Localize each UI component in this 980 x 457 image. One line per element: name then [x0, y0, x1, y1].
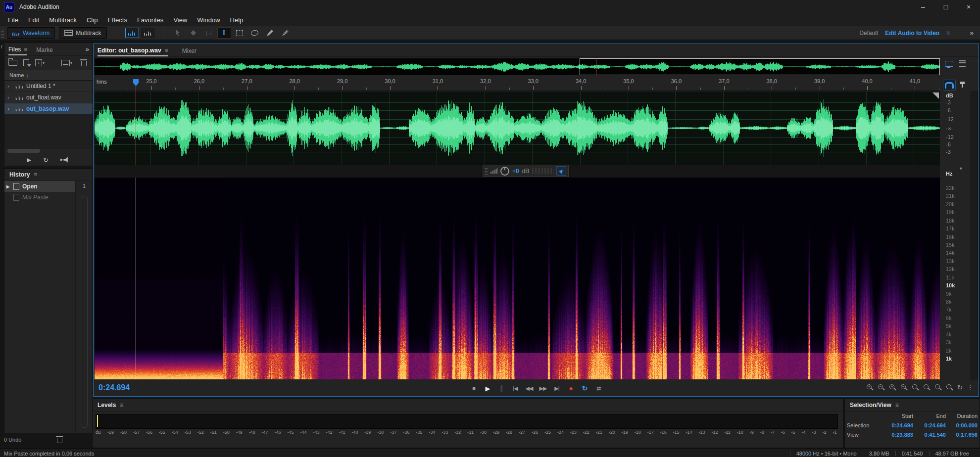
- files-horizontal-scrollbar[interactable]: [7, 149, 40, 153]
- overview-timeline[interactable]: [95, 58, 940, 75]
- paintbrush-tool-button[interactable]: [263, 27, 277, 39]
- close-files-trash-icon[interactable]: [81, 61, 87, 66]
- waveform-display[interactable]: [95, 91, 940, 165]
- menu-help[interactable]: Help: [225, 16, 248, 24]
- time-display[interactable]: 0:24.694: [98, 383, 130, 392]
- spot-healing-tool-button[interactable]: [279, 27, 293, 39]
- snapping-toggle-button[interactable]: [943, 80, 956, 91]
- menu-favorites[interactable]: Favorites: [132, 16, 168, 24]
- workspace-default[interactable]: Default: [859, 30, 878, 37]
- multitrack-mode-button[interactable]: Multitrack: [59, 27, 106, 39]
- marquee-selection-tool-button[interactable]: [233, 27, 246, 39]
- spectral-view-toggle[interactable]: [125, 28, 139, 38]
- lasso-selection-tool-button[interactable]: [248, 27, 262, 39]
- files-name-header[interactable]: Name ↓: [4, 70, 93, 81]
- hud-grip-icon[interactable]: [485, 167, 488, 175]
- zoom-in-icon[interactable]: +: [866, 384, 873, 391]
- razor-tool-button[interactable]: [187, 27, 200, 39]
- add-marker-button[interactable]: [956, 80, 968, 90]
- files-panel-menu-icon[interactable]: ≡: [24, 46, 27, 53]
- stop-button[interactable]: ■: [468, 383, 480, 394]
- video-monitor-icon[interactable]: [945, 61, 953, 67]
- menu-effects[interactable]: Effects: [102, 16, 132, 24]
- workspace-menu-icon[interactable]: ≡: [946, 29, 950, 37]
- zoom-in-inpoint-icon[interactable]: +: [889, 384, 896, 391]
- vertical-zoom-scrollbar[interactable]: [971, 91, 978, 380]
- expander-icon[interactable]: ›: [7, 83, 11, 89]
- tab-mixer[interactable]: Mixer: [182, 44, 196, 56]
- zoom-horizontal-icon[interactable]: [934, 384, 941, 391]
- loop-playback-button[interactable]: ↻: [579, 383, 590, 394]
- selection-view-menu-icon[interactable]: ≡: [895, 402, 899, 409]
- menu-file[interactable]: File: [3, 16, 23, 24]
- play-button[interactable]: ▶: [482, 383, 493, 394]
- workspace-active[interactable]: Edit Audio to Video: [885, 30, 939, 37]
- overview-options-icon[interactable]: [959, 60, 966, 67]
- tab-markers[interactable]: Marke: [36, 43, 52, 55]
- new-file-button[interactable]: ▾: [35, 59, 45, 66]
- corner-grabber-icon[interactable]: [932, 92, 939, 99]
- menu-window[interactable]: Window: [192, 16, 225, 24]
- time-selection-tool-button[interactable]: I: [217, 27, 231, 39]
- fast-forward-button[interactable]: ▶▶: [537, 383, 549, 394]
- amplitude-ruler[interactable]: dB-3-6-12-∞-12-6-3: [941, 91, 970, 165]
- tab-files[interactable]: Files ≡: [8, 43, 27, 55]
- skip-to-end-button[interactable]: ▶|: [551, 383, 563, 394]
- file-row[interactable]: ›out_float.wav: [4, 92, 93, 103]
- toolbar-grip[interactable]: [1, 29, 4, 38]
- import-file-icon[interactable]: [23, 59, 29, 66]
- expander-icon[interactable]: ›: [7, 94, 11, 100]
- zoom-options-icon[interactable]: ⋮: [967, 384, 974, 391]
- gain-knob-icon[interactable]: [500, 167, 509, 176]
- zoom-vertical-icon[interactable]: [946, 384, 953, 391]
- maximize-button[interactable]: □: [934, 0, 957, 14]
- history-panel-menu-icon[interactable]: ≡: [34, 171, 37, 178]
- gain-value[interactable]: +0: [512, 168, 519, 175]
- zoom-out-icon[interactable]: −: [878, 384, 884, 391]
- files-panel-overflow-icon[interactable]: »: [86, 46, 89, 53]
- sv-value[interactable]: 0:41.540: [913, 432, 946, 438]
- expander-icon[interactable]: ›: [7, 106, 11, 112]
- sv-value[interactable]: 0:00.000: [946, 422, 978, 428]
- insert-into-multitrack-button[interactable]: ▾: [50, 60, 72, 66]
- zoom-selection-icon[interactable]: [912, 384, 919, 391]
- refresh-zoom-icon[interactable]: ↻: [957, 384, 963, 391]
- files-play-icon[interactable]: ▶: [27, 157, 31, 163]
- frequency-ruler[interactable]: Hz22k21k20k19k18k17k16k15k14k13k12k11k10…: [941, 168, 970, 380]
- pause-button[interactable]: ║: [495, 383, 507, 394]
- levels-panel-menu-icon[interactable]: ≡: [120, 402, 123, 409]
- editor-panel-menu-icon[interactable]: ≡: [165, 47, 168, 54]
- menu-clip[interactable]: Clip: [82, 16, 102, 24]
- menu-multitrack[interactable]: Multitrack: [44, 16, 82, 24]
- record-button[interactable]: ●: [565, 383, 577, 394]
- zoom-in-outpoint-icon[interactable]: −: [900, 384, 907, 391]
- sv-value[interactable]: 0:23.883: [878, 432, 913, 438]
- skip-selection-button[interactable]: ⇄: [592, 383, 604, 394]
- spectrogram-canvas[interactable]: [95, 178, 940, 379]
- skip-to-start-button[interactable]: |◀: [509, 383, 521, 394]
- waveform-canvas[interactable]: [95, 91, 940, 165]
- minimize-button[interactable]: –: [912, 0, 934, 14]
- menu-view[interactable]: View: [168, 16, 192, 24]
- clear-history-trash-icon[interactable]: [57, 438, 62, 443]
- close-button[interactable]: ×: [957, 0, 980, 14]
- view-range-box[interactable]: [580, 58, 940, 75]
- sv-value[interactable]: 0:24.694: [913, 422, 946, 428]
- sv-value[interactable]: 0:17.656: [946, 432, 978, 438]
- toolbar-overflow-icon[interactable]: »: [970, 29, 973, 37]
- file-row[interactable]: ›out_basop.wav: [4, 103, 93, 115]
- rewind-button[interactable]: ◀◀: [523, 383, 535, 394]
- tab-editor[interactable]: Editor: out_basop.wav ≡: [98, 44, 168, 56]
- timeline-ruler[interactable]: hms 25,026,027,028,029,030,031,032,033,0…: [95, 77, 940, 91]
- hud-pin-button[interactable]: [556, 166, 566, 176]
- history-slider-track[interactable]: [81, 196, 88, 428]
- zoom-full-icon[interactable]: [923, 384, 930, 391]
- menu-edit[interactable]: Edit: [23, 16, 44, 24]
- gain-hud[interactable]: +0 dB: [483, 165, 569, 177]
- waveform-mode-button[interactable]: Waveform: [7, 27, 55, 39]
- slip-tool-button[interactable]: |↔|: [202, 27, 216, 39]
- collapsed-panel-edge[interactable]: r: [1, 44, 3, 49]
- waveform-view-toggle[interactable]: [141, 28, 155, 38]
- open-file-icon[interactable]: [8, 60, 17, 66]
- history-item[interactable]: Mix Paste: [4, 192, 75, 203]
